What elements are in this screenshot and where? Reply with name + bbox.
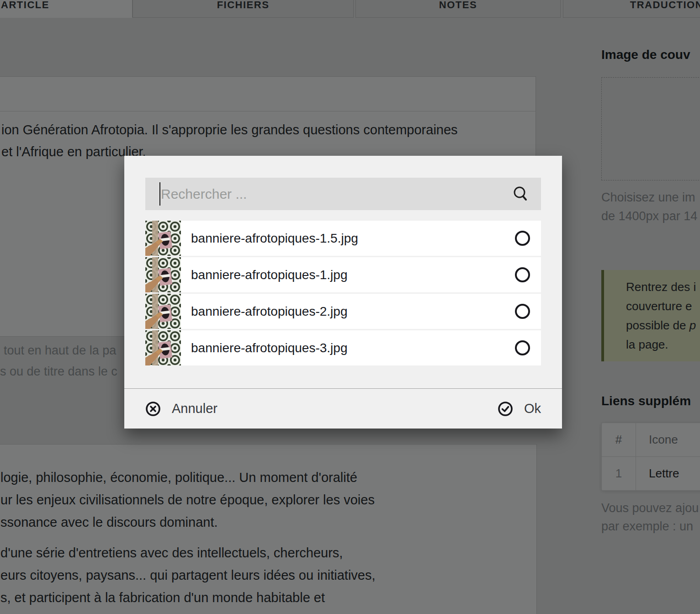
file-name: banniere-afrotopiques-1.5.jpg [191, 231, 358, 246]
file-row[interactable]: banniere-afrotopiques-1.jpg [145, 257, 541, 292]
ok-button[interactable]: Ok [498, 401, 541, 417]
radio-button[interactable] [515, 267, 530, 282]
file-name: banniere-afrotopiques-1.jpg [191, 268, 347, 282]
file-row[interactable]: banniere-afrotopiques-1.5.jpg [145, 221, 541, 256]
text-cursor [159, 182, 160, 206]
file-list: banniere-afrotopiques-1.5.jpg banniere-a… [145, 221, 541, 367]
app-window: ARTICLE FICHIERS NOTES TRADUCTIONS ion G… [0, 0, 700, 614]
radio-button[interactable] [515, 304, 530, 319]
search-icon[interactable] [511, 184, 530, 204]
dialog-footer: Annuler Ok [124, 389, 562, 429]
search-box [145, 178, 541, 210]
file-row[interactable]: banniere-afrotopiques-2.jpg [145, 294, 541, 329]
file-thumbnail [145, 221, 181, 256]
radio-button[interactable] [515, 231, 530, 246]
file-name: banniere-afrotopiques-2.jpg [191, 304, 347, 319]
radio-button[interactable] [515, 340, 530, 355]
ok-icon [498, 401, 513, 417]
search-input[interactable] [161, 178, 499, 210]
file-thumbnail [145, 330, 181, 365]
cancel-icon [145, 401, 161, 417]
file-name: banniere-afrotopiques-3.jpg [191, 341, 347, 355]
file-thumbnail [145, 257, 181, 292]
file-row[interactable]: banniere-afrotopiques-3.jpg [145, 330, 541, 365]
cancel-button[interactable]: Annuler [145, 401, 217, 417]
file-thumbnail [145, 294, 181, 329]
file-picker-dialog: banniere-afrotopiques-1.5.jpg banniere-a… [124, 156, 562, 429]
